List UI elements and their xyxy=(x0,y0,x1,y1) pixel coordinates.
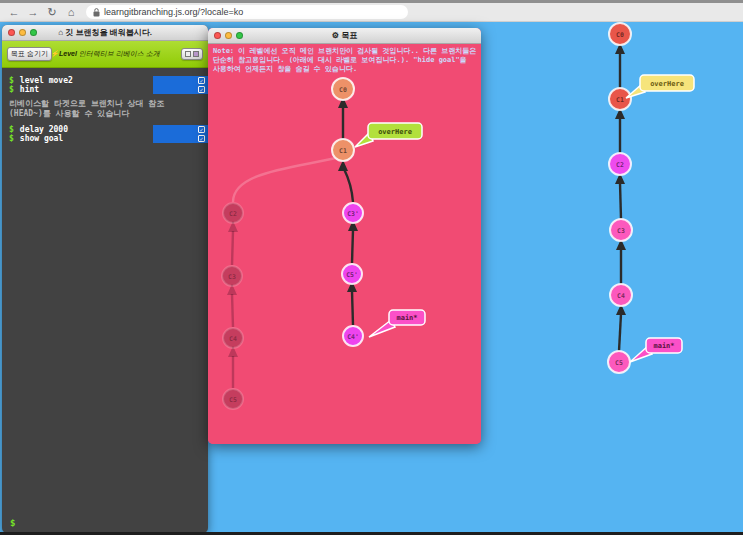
commit-node-label: C5 xyxy=(615,359,623,367)
goal-modal-window: ⚙ 목표 Note: 이 레벨에선 오직 메인 브랜치만이 검사될 것입니다..… xyxy=(208,28,481,444)
hint-text: 리베이스할 타겟으로 브랜치나 상대 참조 (HEAD~)를 사용할 수 있습니… xyxy=(9,99,201,119)
command-history-group: $delay 2000✓$show goal✓ xyxy=(2,125,208,143)
main-commit-graph: C0C1C2C3C4C5overHeremain* xyxy=(540,22,743,442)
url-text: learngitbranching.js.org/?locale=ko xyxy=(104,7,243,17)
command-checked-checkbox: ✓ xyxy=(198,126,205,133)
goal-view-toggle-button[interactable] xyxy=(181,48,203,60)
terminal-command-row: $level move2✓ xyxy=(2,76,208,85)
graph-edge xyxy=(619,314,621,351)
goal-title: ⚙ 목표 xyxy=(332,30,357,41)
zoom-button[interactable] xyxy=(30,29,37,36)
commit-node-label: C5 xyxy=(229,396,237,404)
commit-node-label: C2 xyxy=(616,161,624,169)
terminal-body: $level move2✓$hint✓ 리베이스할 타겟으로 브랜치나 상대 참… xyxy=(2,68,208,143)
hide-goal-button[interactable]: 목표 숨기기 xyxy=(7,47,52,61)
home-button[interactable]: ⌂ xyxy=(63,6,79,18)
branch-label-text: main* xyxy=(653,342,674,350)
prompt-symbol: $ xyxy=(9,76,14,85)
browser-toolbar: ← → ↻ ⌂ learngitbranching.js.org/?locale… xyxy=(0,3,743,22)
commit-node-label: C0 xyxy=(616,31,624,39)
command-text: show goal xyxy=(20,134,63,143)
terminal-command-row: $delay 2000✓ xyxy=(2,125,208,134)
browser-window: ← → ↻ ⌂ learngitbranching.js.org/?locale… xyxy=(0,0,743,535)
close-button[interactable] xyxy=(214,32,221,39)
command-checked-checkbox: ✓ xyxy=(198,86,205,93)
command-checked-checkbox: ✓ xyxy=(198,135,205,142)
forward-button[interactable]: → xyxy=(25,6,41,18)
address-bar[interactable]: learngitbranching.js.org/?locale=ko xyxy=(86,5,408,19)
traffic-lights xyxy=(8,29,37,36)
reload-button[interactable]: ↻ xyxy=(44,6,60,19)
page-content: ⌂ 깃 브랜칭을 배워봅시다. 목표 숨기기 ⚡Level 인터랙티브 리베이스… xyxy=(0,22,743,535)
command-history-group: $level move2✓$hint✓ xyxy=(2,76,208,94)
window-pane-icon xyxy=(193,51,199,57)
graph-edge xyxy=(232,231,233,265)
branch-label-text: overHere xyxy=(378,128,412,136)
commit-node-label: C2 xyxy=(229,210,237,218)
minimize-button[interactable] xyxy=(19,29,26,36)
terminal-title: ⌂ 깃 브랜칭을 배워봅시다. xyxy=(58,27,152,38)
command-checked-checkbox: ✓ xyxy=(198,77,205,84)
graph-edge xyxy=(232,294,233,327)
close-button[interactable] xyxy=(8,29,15,36)
commit-node-label: C3 xyxy=(617,227,625,235)
commit-node-label: C0 xyxy=(339,86,347,94)
branch-label-text: main* xyxy=(396,314,417,322)
goal-modal-body: Note: 이 레벨에선 오직 메인 브랜치만이 검사될 것입니다.. 다른 브… xyxy=(208,44,481,444)
prompt-symbol: $ xyxy=(9,85,14,94)
zoom-button[interactable] xyxy=(236,32,243,39)
gear-icon: ⚙ xyxy=(332,31,339,40)
commit-node-label: C1 xyxy=(339,147,347,155)
commit-node-label: C5' xyxy=(346,271,358,279)
minimize-button[interactable] xyxy=(225,32,232,39)
commit-node-label: C4 xyxy=(617,292,625,300)
commit-node-label: C1 xyxy=(616,96,624,104)
graph-edge xyxy=(352,291,353,325)
command-text: delay 2000 xyxy=(20,125,68,134)
prompt-symbol: $ xyxy=(9,125,14,134)
terminal-titlebar: ⌂ 깃 브랜칭을 배워봅시다. xyxy=(2,25,208,41)
window-pane-icon xyxy=(185,51,191,57)
commit-node-label: C4' xyxy=(347,333,359,341)
commit-node-label: C3 xyxy=(228,273,236,281)
command-text: level move2 xyxy=(20,76,73,85)
branch-label-text: overHere xyxy=(650,80,684,88)
command-input-prompt[interactable]: $ xyxy=(10,518,15,528)
prompt-symbol: $ xyxy=(9,134,14,143)
commit-node-label: C4 xyxy=(229,335,237,343)
lock-icon xyxy=(93,8,100,17)
terminal-window: ⌂ 깃 브랜칭을 배워봅시다. 목표 숨기기 ⚡Level 인터랙티브 리베이스… xyxy=(2,25,208,533)
home-icon: ⌂ xyxy=(58,28,63,37)
goal-commit-graph: C0C1C3'C5'C4'C2C3C4C5overHeremain* xyxy=(208,44,481,444)
command-text: hint xyxy=(20,85,39,94)
back-button[interactable]: ← xyxy=(6,6,22,18)
terminal-command-row: $hint✓ xyxy=(2,85,208,94)
graph-edge xyxy=(344,169,353,202)
terminal-command-row: $show goal✓ xyxy=(2,134,208,143)
level-title: ⚡Level 인터랙티브 리베이스 소개 xyxy=(46,50,164,58)
graph-edge xyxy=(233,158,336,202)
commit-node-label: C3' xyxy=(347,210,359,218)
graph-edge xyxy=(620,183,621,219)
graph-edge xyxy=(352,230,353,263)
level-bar: 목표 숨기기 ⚡Level 인터랙티브 리베이스 소개 xyxy=(2,41,208,68)
traffic-lights xyxy=(214,32,243,39)
goal-titlebar: ⚙ 목표 xyxy=(208,28,481,44)
